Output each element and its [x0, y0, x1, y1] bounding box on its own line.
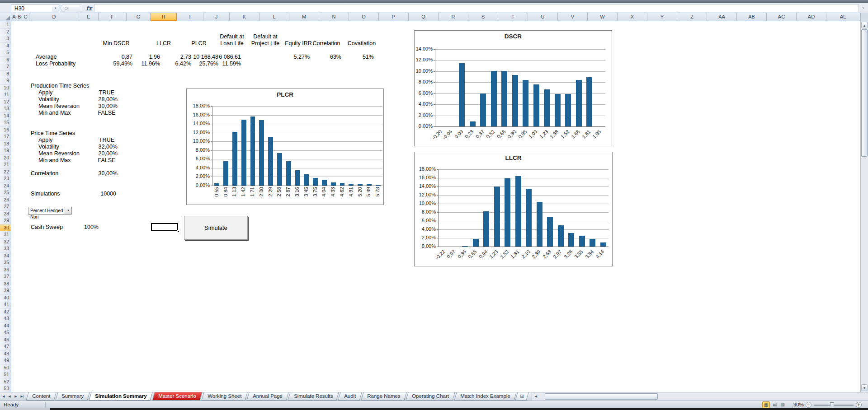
scroll-down-icon[interactable]: ▼: [861, 384, 868, 391]
row-header-17[interactable]: 17: [0, 133, 11, 140]
vertical-scrollbar[interactable]: ▲ ▼: [860, 13, 868, 392]
row-header-22[interactable]: 22: [0, 168, 11, 176]
header-covatiation[interactable]: Covatiation: [345, 32, 378, 47]
row-header-40[interactable]: 40: [0, 294, 11, 302]
row-header-35[interactable]: 35: [0, 259, 11, 266]
sheet-tab-simulation-summary[interactable]: Simulation Summary: [89, 392, 153, 401]
select-all-corner[interactable]: [0, 13, 11, 21]
column-header-W[interactable]: W: [588, 13, 618, 21]
simulate-button[interactable]: Simulate: [184, 216, 248, 240]
column-header-P[interactable]: P: [379, 13, 409, 21]
horizontal-scrollbar[interactable]: ◀ ▶: [532, 392, 868, 401]
row-header-15[interactable]: 15: [0, 119, 11, 126]
column-header-A[interactable]: A: [11, 13, 17, 21]
sheet-tab-match-index-example[interactable]: Match Index Example: [454, 392, 516, 401]
column-header-AB[interactable]: AB: [737, 13, 767, 21]
column-header-Q[interactable]: Q: [409, 13, 439, 21]
zoom-slider-thumb[interactable]: [830, 402, 834, 407]
row-header-6[interactable]: 6: [0, 56, 11, 64]
column-header-F[interactable]: F: [99, 13, 127, 21]
row-header-30[interactable]: 30: [0, 224, 11, 232]
vertical-scrollbar-thumb[interactable]: [861, 29, 868, 157]
selected-cell-h30[interactable]: [151, 223, 178, 231]
row-header-18[interactable]: 18: [0, 140, 11, 148]
column-header-V[interactable]: V: [558, 13, 588, 21]
column-header-X[interactable]: X: [618, 13, 647, 21]
sheet-tab-simulate-results[interactable]: Simulate Results: [288, 392, 339, 401]
simulations-value[interactable]: 10000: [80, 191, 116, 197]
row-header-44[interactable]: 44: [0, 322, 11, 330]
tab-splitter[interactable]: [529, 392, 532, 401]
row-header-10[interactable]: 10: [0, 84, 11, 92]
header-plcr[interactable]: PLCR: [182, 32, 216, 47]
row-header-45[interactable]: 45: [0, 329, 11, 336]
zoom-in-icon[interactable]: +: [856, 402, 862, 408]
row-header-12[interactable]: 12: [0, 98, 11, 106]
row-header-42[interactable]: 42: [0, 308, 11, 316]
column-header-C[interactable]: C: [22, 13, 29, 21]
column-header-Z[interactable]: Z: [677, 13, 707, 21]
column-header-E[interactable]: E: [79, 13, 99, 21]
row-header-25[interactable]: 25: [0, 189, 11, 196]
header-correlation[interactable]: Correlation: [310, 32, 343, 47]
llcr-chart[interactable]: LLCR 0,00%2,00%4,00%6,00%8,00%10,00%12,0…: [414, 152, 613, 266]
column-header-AD[interactable]: AD: [797, 13, 826, 21]
normal-view-icon[interactable]: ▦: [762, 401, 770, 408]
row-header-47[interactable]: 47: [0, 343, 11, 350]
scroll-left-icon[interactable]: ◀: [532, 392, 539, 401]
page-break-view-icon[interactable]: ▥: [779, 401, 787, 408]
correlation-value[interactable]: 30,00%: [81, 170, 118, 177]
row-header-13[interactable]: 13: [0, 105, 11, 112]
row-header-14[interactable]: 14: [0, 112, 11, 120]
row-header-53[interactable]: 53: [0, 385, 11, 392]
scrollbar-split-box[interactable]: [861, 13, 868, 21]
row-header-39[interactable]: 39: [0, 287, 11, 294]
prev-sheet-icon[interactable]: ◀: [6, 392, 13, 401]
price-min-max-value[interactable]: FALSE: [93, 157, 120, 163]
row-header-8[interactable]: 8: [0, 70, 11, 78]
row-header-32[interactable]: 32: [0, 238, 11, 246]
header-default-project-life[interactable]: Default at Project Life: [249, 32, 282, 47]
row-header-28[interactable]: 28: [0, 210, 11, 218]
row-header-9[interactable]: 9: [0, 77, 11, 84]
column-header-S[interactable]: S: [468, 13, 498, 21]
column-header-Y[interactable]: Y: [647, 13, 677, 21]
row-header-43[interactable]: 43: [0, 315, 11, 322]
production-min-max-value[interactable]: FALSE: [93, 110, 120, 116]
column-header-O[interactable]: O: [349, 13, 379, 21]
sheet-tab-master-scenario[interactable]: Master Scenario: [152, 392, 202, 401]
row-header-31[interactable]: 31: [0, 231, 11, 238]
row-header-4[interactable]: 4: [0, 42, 11, 50]
next-sheet-icon[interactable]: ▶: [13, 392, 19, 401]
insert-worksheet-tab[interactable]: ⊞: [515, 392, 529, 401]
sheet-tab-summary[interactable]: Summary: [56, 392, 90, 401]
column-header-D[interactable]: D: [29, 13, 79, 21]
header-llcr[interactable]: LLCR: [147, 32, 180, 47]
row-header-52[interactable]: 52: [0, 378, 11, 386]
row-header-38[interactable]: 38: [0, 280, 11, 288]
row-header-48[interactable]: 48: [0, 350, 11, 358]
sheet-tab-content[interactable]: Content: [26, 392, 56, 401]
expand-formula-bar-icon[interactable]: ˅: [859, 4, 867, 12]
zoom-level[interactable]: 90%: [788, 402, 804, 407]
row-header-16[interactable]: 16: [0, 126, 11, 134]
row-header-26[interactable]: 26: [0, 196, 11, 204]
fill-handle[interactable]: [177, 230, 179, 233]
avg-covatiation[interactable]: 51%: [333, 54, 374, 60]
cash-sweep-value[interactable]: 100%: [62, 224, 99, 230]
name-box-dropdown-icon[interactable]: ▼: [52, 4, 59, 12]
sheet-tab-range-names[interactable]: Range Names: [361, 392, 407, 401]
column-header-I[interactable]: I: [177, 13, 203, 21]
row-header-29[interactable]: 29: [0, 217, 11, 224]
header-default-loan-life[interactable]: Default at Loan Life: [215, 32, 249, 47]
sheet-tab-annual-page[interactable]: Annual Page: [246, 392, 288, 401]
last-sheet-icon[interactable]: ▶|: [19, 392, 25, 401]
column-header-AC[interactable]: AC: [767, 13, 797, 21]
row-header-11[interactable]: 11: [0, 91, 11, 98]
name-box[interactable]: H30: [11, 4, 52, 12]
dscr-chart[interactable]: DSCR 0,00%2,00%4,00%6,00%8,00%10,00%12,0…: [414, 30, 612, 146]
column-header-G[interactable]: G: [127, 13, 151, 21]
row-header-34[interactable]: 34: [0, 252, 11, 260]
formula-input[interactable]: [94, 4, 859, 12]
page-layout-view-icon[interactable]: ▤: [771, 401, 778, 408]
